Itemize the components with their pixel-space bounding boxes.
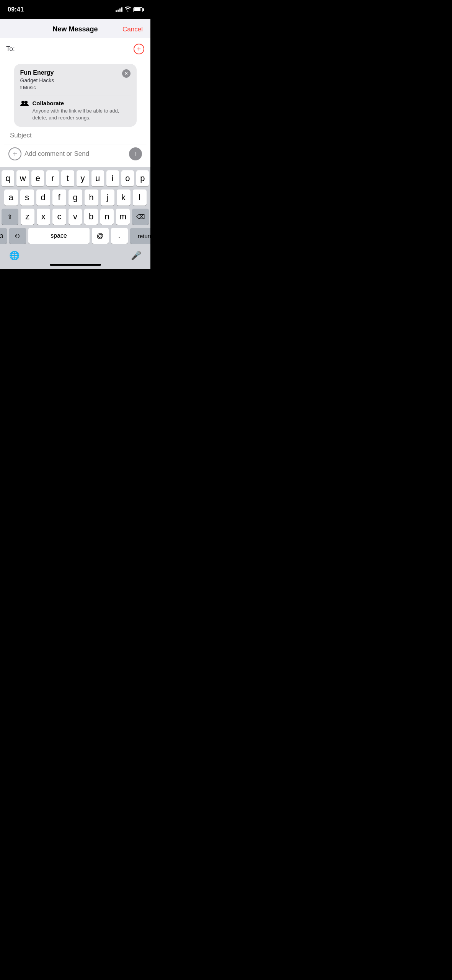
microphone-key[interactable]: 🎤 bbox=[131, 251, 141, 261]
share-card-service:  Music bbox=[20, 85, 119, 90]
key-v[interactable]: v bbox=[69, 209, 82, 225]
send-arrow-icon: ↑ bbox=[134, 151, 137, 157]
key-q[interactable]: q bbox=[2, 170, 14, 186]
key-r[interactable]: r bbox=[46, 170, 59, 186]
share-card-divider bbox=[20, 95, 131, 95]
keyboard-row-bottom: 123 ☺ space @ . return bbox=[2, 228, 149, 244]
keyboard-row-3: ⇧ z x c v b n m ⌫ bbox=[2, 209, 149, 225]
status-time: 09:41 bbox=[8, 6, 24, 13]
globe-key[interactable]: 🌐 bbox=[9, 251, 20, 261]
key-n[interactable]: n bbox=[100, 209, 114, 225]
message-input-row: + ↑ bbox=[4, 144, 147, 163]
key-h[interactable]: h bbox=[85, 189, 98, 206]
collaborate-icon bbox=[20, 100, 29, 108]
wifi-icon bbox=[125, 7, 131, 13]
cancel-button[interactable]: Cancel bbox=[120, 26, 143, 33]
key-e[interactable]: e bbox=[31, 170, 44, 186]
delete-key[interactable]: ⌫ bbox=[132, 209, 149, 225]
key-t[interactable]: t bbox=[61, 170, 74, 186]
collaborate-desc: Anyone with the link will be able to add… bbox=[33, 108, 131, 121]
keyboard: q w e r t y u i o p a s d f g h j k l ⇧ … bbox=[0, 167, 150, 269]
message-input[interactable] bbox=[24, 148, 126, 160]
collaborate-section: Collaborate Anyone with the link will be… bbox=[20, 100, 131, 121]
subject-field[interactable] bbox=[4, 127, 147, 144]
apple-icon:  bbox=[20, 85, 22, 90]
to-input[interactable] bbox=[18, 45, 134, 53]
send-button[interactable]: ↑ bbox=[129, 147, 142, 160]
share-card-title: Fun Energy bbox=[20, 69, 119, 76]
home-bar bbox=[50, 264, 101, 266]
close-share-card-button[interactable]: ✕ bbox=[122, 69, 131, 78]
key-j[interactable]: j bbox=[101, 189, 114, 206]
key-y[interactable]: y bbox=[77, 170, 89, 186]
numbers-key[interactable]: 123 bbox=[0, 228, 7, 244]
period-key[interactable]: . bbox=[111, 228, 128, 244]
key-i[interactable]: i bbox=[106, 170, 119, 186]
key-a[interactable]: a bbox=[4, 189, 18, 206]
key-p[interactable]: p bbox=[136, 170, 149, 186]
signal-bars-icon bbox=[116, 7, 122, 12]
keyboard-row-2: a s d f g h j k l bbox=[2, 189, 149, 206]
key-o[interactable]: o bbox=[121, 170, 134, 186]
nav-header: New Message Cancel bbox=[0, 19, 150, 38]
key-k[interactable]: k bbox=[117, 189, 131, 206]
share-card: Fun Energy Gadget Hacks  Music ✕ bbox=[14, 64, 137, 127]
key-w[interactable]: w bbox=[16, 170, 29, 186]
svg-point-1 bbox=[24, 101, 28, 104]
attach-button[interactable]: + bbox=[8, 147, 21, 160]
key-x[interactable]: x bbox=[37, 209, 51, 225]
key-b[interactable]: b bbox=[84, 209, 98, 225]
key-f[interactable]: f bbox=[52, 189, 66, 206]
space-key[interactable]: space bbox=[28, 228, 90, 244]
key-m[interactable]: m bbox=[116, 209, 130, 225]
key-z[interactable]: z bbox=[21, 209, 34, 225]
collaborate-title: Collaborate bbox=[33, 100, 131, 106]
message-body: Fun Energy Gadget Hacks  Music ✕ bbox=[0, 60, 150, 167]
shift-key[interactable]: ⇧ bbox=[2, 209, 18, 225]
to-field: To: + bbox=[0, 38, 150, 60]
key-s[interactable]: s bbox=[20, 189, 34, 206]
key-u[interactable]: u bbox=[91, 170, 104, 186]
return-key[interactable]: return bbox=[130, 228, 151, 244]
main-content: New Message Cancel To: + Fun Energy Gadg… bbox=[0, 19, 150, 167]
subject-input[interactable] bbox=[10, 132, 140, 139]
page-title: New Message bbox=[52, 25, 98, 33]
share-card-subtitle: Gadget Hacks bbox=[20, 77, 119, 83]
status-bar: 09:41 bbox=[0, 0, 150, 19]
svg-point-0 bbox=[21, 101, 24, 104]
battery-icon bbox=[133, 7, 143, 12]
to-label: To: bbox=[6, 45, 15, 53]
emoji-key[interactable]: ☺ bbox=[9, 228, 26, 244]
add-recipient-button[interactable]: + bbox=[134, 44, 144, 54]
key-c[interactable]: c bbox=[52, 209, 66, 225]
home-indicator bbox=[2, 264, 149, 269]
key-g[interactable]: g bbox=[69, 189, 82, 206]
at-key[interactable]: @ bbox=[92, 228, 109, 244]
key-d[interactable]: d bbox=[36, 189, 50, 206]
key-l[interactable]: l bbox=[133, 189, 147, 206]
status-icons bbox=[116, 7, 143, 13]
keyboard-row-1: q w e r t y u i o p bbox=[2, 170, 149, 186]
keyboard-bottom-toolbar: 🌐 🎤 bbox=[2, 247, 149, 264]
